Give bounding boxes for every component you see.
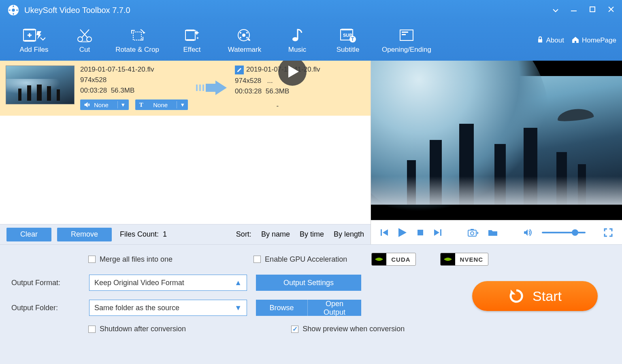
nvenc-badge: NVENC (440, 253, 489, 266)
svg-rect-3 (590, 7, 595, 12)
arrow-icon (195, 79, 228, 97)
lock-icon (537, 36, 544, 45)
svg-rect-11 (185, 30, 195, 40)
dst-extra: ... (267, 77, 273, 85)
open-output-button[interactable]: Open Output (308, 300, 361, 316)
dropdown-icon[interactable] (552, 6, 559, 15)
titlebar: UkeySoft Video Toolbox 7.7.0 (0, 0, 622, 20)
prev-button[interactable] (380, 228, 389, 237)
svg-point-17 (246, 32, 248, 34)
sort-by-length[interactable]: By length (334, 230, 364, 239)
src-filename: 2019-01-07-15-41-20.flv (80, 66, 188, 74)
fullscreen-button[interactable] (603, 228, 613, 237)
home-icon (571, 36, 579, 45)
volume-slider[interactable] (542, 232, 586, 233)
src-size: 56.3MB (111, 87, 135, 94)
cuda-badge: CUDA (371, 253, 415, 266)
open-folder-button[interactable] (488, 229, 498, 237)
snapshot-button[interactable] (467, 228, 479, 237)
music-button[interactable]: Music (273, 25, 322, 55)
svg-rect-28 (402, 34, 406, 35)
watermark-icon (236, 27, 253, 43)
svg-rect-10 (133, 32, 141, 40)
preview-pane (371, 61, 622, 220)
app-title: UkeySoft Video Toolbox 7.7.0 (24, 6, 552, 15)
maximize-icon[interactable] (589, 6, 596, 15)
refresh-icon (508, 288, 524, 304)
file-actions-bar: Clear Remove Files Count: 1 Sort: By nam… (0, 224, 371, 244)
next-button[interactable] (433, 228, 442, 237)
svg-point-16 (240, 32, 241, 34)
svg-rect-36 (440, 229, 441, 236)
svg-rect-22 (341, 29, 352, 30)
svg-rect-39 (471, 229, 474, 231)
clear-button[interactable]: Clear (6, 228, 51, 241)
browse-button[interactable]: Browse (256, 300, 308, 316)
remove-button[interactable]: Remove (57, 228, 112, 241)
sort-by-name[interactable]: By name (261, 230, 290, 239)
opening-ending-icon (398, 27, 415, 43)
svg-point-19 (246, 37, 248, 38)
subtitle-button[interactable]: SUBT Subtitle (322, 25, 374, 55)
file-thumbnail (6, 66, 75, 104)
effect-button[interactable]: Effect (168, 25, 216, 55)
minimize-icon[interactable] (570, 6, 577, 15)
edit-icon[interactable] (235, 66, 244, 74)
files-count-label: Files Count: (120, 230, 159, 238)
stop-button[interactable] (416, 229, 424, 237)
toolbar: Add Files Cut Rotate & Crop Effect Water… (0, 20, 622, 61)
play-button[interactable] (398, 227, 407, 238)
file-list: 2019-01-07-15-41-20.flv 974x528 00:03:28… (0, 61, 371, 224)
about-link[interactable]: About (537, 36, 564, 45)
svg-point-38 (471, 232, 474, 235)
svg-rect-6 (24, 40, 35, 42)
src-duration: 00:03:28 (80, 87, 107, 94)
homepage-link[interactable]: HomePage (571, 36, 616, 45)
svg-rect-31 (199, 85, 201, 91)
music-icon (291, 27, 303, 43)
start-button[interactable]: Start (472, 281, 598, 311)
svg-point-15 (242, 34, 245, 37)
rotate-crop-button[interactable]: Rotate & Crop (107, 25, 168, 55)
subtitle-track-dropdown[interactable]: T None ▾ (135, 99, 188, 110)
output-folder-dropdown[interactable]: Same folder as the source▼ (89, 300, 247, 316)
svg-rect-12 (186, 30, 194, 31)
dst-size: 56.3MB (266, 87, 290, 95)
output-folder-label: Output Folder: (11, 304, 80, 312)
add-files-button[interactable]: Add Files (6, 25, 62, 55)
svg-point-9 (79, 41, 90, 42)
bottom-panel: Merge all files into one Enable GPU Acce… (0, 244, 622, 364)
svg-text:T: T (351, 36, 354, 42)
svg-rect-34 (381, 229, 382, 236)
rotate-crop-icon (129, 27, 145, 43)
svg-rect-13 (186, 39, 194, 41)
show-preview-checkbox[interactable]: Show preview when conversion (291, 325, 405, 333)
watermark-button[interactable]: Watermark (216, 25, 273, 55)
svg-rect-33 (206, 84, 215, 92)
close-icon[interactable] (607, 6, 615, 15)
svg-rect-29 (538, 39, 542, 42)
svg-rect-35 (418, 230, 423, 235)
cut-button[interactable]: Cut (62, 25, 107, 55)
src-dimensions: 974x528 (80, 76, 188, 84)
sort-label: Sort: (236, 230, 251, 239)
gpu-checkbox[interactable]: Enable GPU Acceleration (253, 255, 347, 264)
shutdown-checkbox[interactable]: Shutdown after conversion (88, 325, 186, 333)
output-format-dropdown[interactable]: Keep Original Video Format▲ (89, 275, 247, 291)
opening-ending-button[interactable]: Opening/Ending (374, 25, 439, 55)
svg-rect-30 (196, 85, 198, 91)
svg-rect-27 (402, 32, 408, 33)
sort-by-time[interactable]: By time (300, 230, 324, 239)
svg-point-1 (12, 8, 15, 12)
output-format-label: Output Format: (11, 279, 80, 287)
volume-icon[interactable] (523, 229, 533, 237)
file-item[interactable]: 2019-01-07-15-41-20.flv 974x528 00:03:28… (0, 61, 371, 116)
effect-icon (184, 27, 200, 43)
merge-checkbox[interactable]: Merge all files into one (88, 255, 173, 264)
add-files-icon (23, 27, 45, 43)
subtitle-icon: SUBT (339, 27, 357, 43)
audio-track-dropdown[interactable]: None ▾ (80, 99, 129, 110)
dst-dimensions: 974x528 (235, 77, 261, 85)
output-settings-button[interactable]: Output Settings (256, 275, 361, 291)
svg-rect-5 (24, 29, 35, 30)
